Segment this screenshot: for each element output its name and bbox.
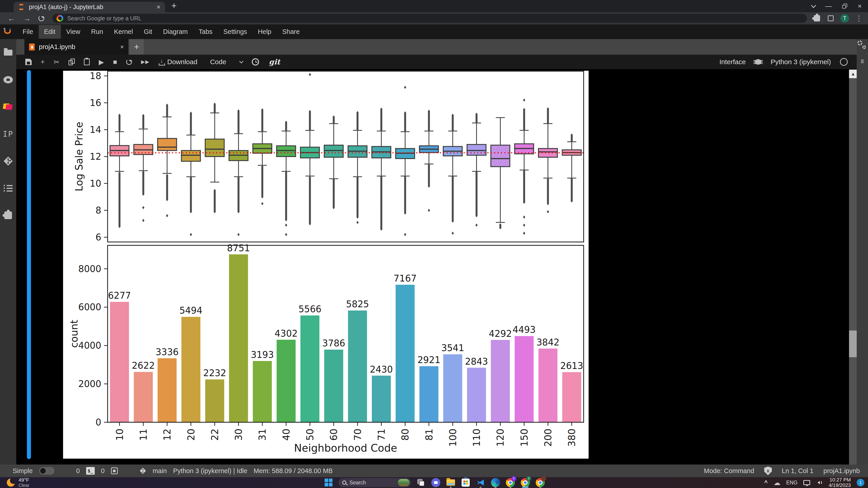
svg-text:380: 380 [566, 429, 577, 447]
notebook-tab[interactable]: projA1.ipynb × [24, 39, 128, 55]
taskbar-search[interactable]: Search [339, 478, 411, 487]
sidebar-item-running[interactable] [0, 66, 16, 93]
side-panel-icon[interactable] [828, 15, 834, 21]
notebook-file-icon [29, 43, 35, 51]
scroll-up-button[interactable]: ▲ [849, 70, 857, 78]
menu-kernel[interactable]: Kernel [108, 25, 138, 39]
menu-diagram[interactable]: Diagram [158, 25, 193, 39]
forward-button[interactable]: → [23, 14, 31, 23]
paste-cell-button[interactable] [84, 59, 90, 65]
vscode-button[interactable] [475, 478, 486, 488]
new-tab-button[interactable]: + [171, 1, 177, 11]
edge-button[interactable] [491, 478, 500, 488]
svg-text:Log Sale Price: Log Sale Price [73, 122, 85, 191]
menu-settings[interactable]: Settings [218, 25, 252, 39]
volume-icon[interactable] [816, 480, 823, 486]
minimize-button[interactable]: — [825, 2, 832, 10]
back-button[interactable]: ← [8, 14, 16, 23]
menu-file[interactable]: File [17, 25, 39, 39]
notification-badge[interactable]: 1 [857, 479, 864, 486]
git-toolbar-label[interactable]: git [269, 58, 280, 66]
stop-kernel-button[interactable]: ■ [113, 58, 117, 66]
menu-edit[interactable]: Edit [39, 25, 61, 39]
window-controls: — × [811, 0, 868, 12]
kernel-count[interactable]: 0 [101, 467, 105, 475]
download-button[interactable]: ↓ Download [158, 58, 197, 66]
network-icon[interactable] [803, 480, 810, 485]
svg-text:count: count [68, 320, 80, 348]
menu-tabs[interactable]: Tabs [193, 25, 218, 39]
menu-view[interactable]: View [61, 25, 86, 39]
menu-run[interactable]: Run [86, 25, 108, 39]
extensions-icon[interactable] [814, 15, 820, 22]
kernel-chip-icon[interactable] [111, 467, 118, 474]
trust-shield-icon[interactable]: x [764, 466, 772, 475]
interface-label[interactable]: Interface [719, 58, 746, 66]
svg-text:3541: 3541 [441, 343, 464, 353]
weather-widget[interactable]: 49°F Clear [0, 477, 29, 488]
clock-widget[interactable]: 10:27 PM 4/19/2023 [829, 477, 851, 488]
terminal-count[interactable]: 0 [76, 467, 80, 475]
restore-button[interactable] [842, 4, 847, 8]
svg-text:12: 12 [90, 151, 101, 162]
sidebar-item-collaboration[interactable] [0, 93, 16, 121]
simple-mode-toggle[interactable] [39, 467, 55, 475]
terminal-icon[interactable]: $_ [86, 467, 95, 475]
sidebar-item-ipython[interactable]: IP [0, 121, 16, 148]
sidebar-item-files[interactable] [0, 39, 16, 66]
cut-cell-button[interactable]: ✂ [54, 58, 59, 66]
start-button[interactable] [324, 478, 334, 488]
url-placeholder: Search Google or type a URL [67, 15, 142, 22]
ip-text-icon: IP [3, 129, 13, 138]
notebook-scrollbar-track[interactable] [849, 78, 857, 464]
cursor-position[interactable]: Ln 1, Col 1 [782, 467, 813, 475]
save-button[interactable] [25, 59, 32, 65]
file-explorer-button[interactable] [446, 478, 456, 488]
profile-avatar[interactable]: T [840, 14, 849, 23]
sidebar-item-toc[interactable] [0, 175, 16, 202]
run-cell-button[interactable]: ▶ [99, 58, 104, 66]
svg-text:3336: 3336 [156, 347, 179, 357]
chrome-profile3-button[interactable] [535, 478, 545, 488]
kernel-status-text[interactable]: Python 3 (ipykernel) | Idle [173, 467, 247, 475]
chrome-profile2-button-active[interactable]: T [520, 478, 530, 488]
cell-type-dropdown[interactable]: Code [210, 58, 243, 66]
add-cell-button[interactable]: + [41, 58, 45, 66]
restart-kernel-button[interactable] [126, 59, 132, 65]
git-branch-name[interactable]: main [153, 467, 167, 475]
browser-menu-icon[interactable]: ⋮ [855, 14, 863, 23]
copy-cell-button[interactable] [68, 59, 75, 65]
svg-text:20: 20 [186, 429, 197, 441]
chat-button[interactable] [431, 478, 441, 488]
kernel-name[interactable]: Python 3 (ipykernel) [771, 58, 831, 66]
cell-collapser[interactable] [27, 70, 31, 459]
onedrive-icon[interactable]: ☁ [774, 479, 780, 487]
notebook-mode[interactable]: Mode: Command [704, 467, 754, 475]
url-bar[interactable]: Search Google or type a URL [53, 14, 807, 23]
debugger-icon[interactable] [755, 59, 762, 65]
git-branch-icon[interactable] [140, 467, 146, 474]
microsoft-store-button[interactable] [461, 478, 471, 488]
run-all-button[interactable]: ▶▶ [141, 59, 149, 65]
menu-git[interactable]: Git [138, 25, 158, 39]
sidebar-item-extensions[interactable] [0, 202, 16, 229]
language-indicator[interactable]: ENG [786, 480, 798, 486]
edge-icon [491, 478, 500, 487]
close-window-button[interactable]: × [858, 2, 862, 10]
menu-help[interactable]: Help [252, 25, 277, 39]
tab-close-icon[interactable]: × [156, 3, 160, 11]
notebook-tab-close-icon[interactable]: × [120, 43, 124, 51]
chrome-profile1-button[interactable]: T [505, 478, 515, 488]
svg-text:60: 60 [328, 429, 339, 441]
hidden-icons-chevron[interactable]: ^ [764, 479, 768, 486]
task-view-button[interactable] [416, 478, 426, 488]
svg-text:200: 200 [542, 429, 554, 447]
new-launcher-button[interactable]: + [129, 39, 144, 55]
tab-search-chevron-icon[interactable] [811, 3, 816, 8]
browser-tab[interactable]: projA1 (auto-j) - JupyterLab × [13, 2, 165, 12]
sidebar-item-git[interactable] [0, 148, 16, 175]
execution-time-button[interactable] [252, 58, 259, 66]
notebook-scrollbar-thumb[interactable] [849, 330, 857, 357]
menu-share[interactable]: Share [277, 25, 305, 39]
reload-button[interactable] [38, 15, 44, 21]
